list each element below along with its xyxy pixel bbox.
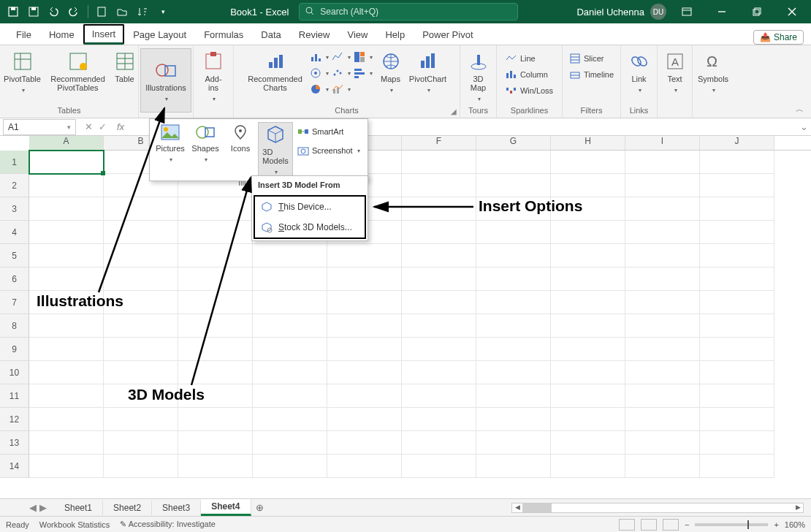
cell-D7[interactable]: [253, 291, 327, 314]
cell-A14[interactable]: [29, 455, 104, 478]
recommended-charts-button[interactable]: Recommended Charts: [244, 48, 307, 94]
cell-J10[interactable]: [700, 361, 774, 384]
cell-H1[interactable]: [551, 151, 625, 174]
cell-B3[interactable]: [104, 197, 178, 221]
sheet-tab-2[interactable]: Sheet2: [103, 501, 152, 515]
cell-I5[interactable]: [625, 244, 700, 267]
sheet-tab-1[interactable]: Sheet1: [54, 501, 103, 515]
cell-H11[interactable]: [551, 384, 625, 408]
cell-C7[interactable]: [178, 291, 253, 314]
cell-I10[interactable]: [625, 361, 700, 384]
save-icon[interactable]: [25, 3, 42, 20]
cell-A2[interactable]: [29, 174, 104, 197]
treemap-chart-button[interactable]: [354, 50, 373, 64]
cell-I2[interactable]: [625, 174, 700, 197]
zoom-in-button[interactable]: +: [774, 520, 778, 529]
cell-C6[interactable]: [178, 267, 253, 291]
cell-B13[interactable]: [104, 431, 178, 455]
cell-B4[interactable]: [104, 221, 178, 244]
cell-G8[interactable]: [476, 314, 551, 338]
undo-icon[interactable]: [45, 3, 63, 20]
cell-E14[interactable]: [327, 455, 402, 478]
cell-I6[interactable]: [625, 267, 700, 291]
cell-I14[interactable]: [625, 455, 700, 478]
cell-C14[interactable]: [178, 455, 253, 478]
pie-chart-button[interactable]: [310, 82, 329, 96]
cell-A5[interactable]: [29, 244, 104, 267]
cell-F8[interactable]: [402, 314, 476, 338]
line-chart-button[interactable]: [332, 50, 351, 64]
cell-J4[interactable]: [700, 221, 774, 244]
search-box[interactable]: Search (Alt+Q): [299, 3, 518, 20]
text-button[interactable]: AText: [660, 48, 690, 95]
cell-J3[interactable]: [700, 197, 774, 221]
row-header-13[interactable]: 13: [0, 431, 29, 455]
zoom-slider[interactable]: [695, 523, 768, 526]
row-header-9[interactable]: 9: [0, 338, 29, 361]
hscroll-left-icon[interactable]: ◀: [512, 503, 522, 512]
hierarchy-chart-button[interactable]: [310, 66, 329, 80]
maximize-button[interactable]: [742, 0, 772, 23]
cell-F7[interactable]: [402, 291, 476, 314]
column-header-J[interactable]: J: [700, 136, 774, 150]
column-header-F[interactable]: F: [402, 136, 476, 150]
cell-J5[interactable]: [700, 244, 774, 267]
sheet-tab-4[interactable]: Sheet4: [201, 499, 251, 516]
cell-G13[interactable]: [476, 431, 551, 455]
cell-F11[interactable]: [402, 384, 476, 408]
row-header-8[interactable]: 8: [0, 314, 29, 338]
cell-G2[interactable]: [476, 174, 551, 197]
cell-J12[interactable]: [700, 408, 774, 431]
cell-I8[interactable]: [625, 314, 700, 338]
cell-I9[interactable]: [625, 338, 700, 361]
cell-J14[interactable]: [700, 455, 774, 478]
cell-F9[interactable]: [402, 338, 476, 361]
cell-D11[interactable]: [253, 384, 327, 408]
user-avatar[interactable]: DU: [650, 4, 666, 20]
cell-F13[interactable]: [402, 431, 476, 455]
cell-B10[interactable]: [104, 361, 178, 384]
cancel-formula-icon[interactable]: ✕: [85, 121, 93, 132]
pictures-button[interactable]: Pictures: [153, 122, 188, 178]
tab-insert[interactable]: Insert: [83, 24, 125, 45]
cell-A13[interactable]: [29, 431, 104, 455]
cell-F14[interactable]: [402, 455, 476, 478]
close-button[interactable]: [777, 0, 807, 23]
cell-I12[interactable]: [625, 408, 700, 431]
cell-F10[interactable]: [402, 361, 476, 384]
timeline-button[interactable]: Timeline: [569, 67, 614, 82]
row-header-6[interactable]: 6: [0, 267, 29, 291]
cell-A9[interactable]: [29, 338, 104, 361]
tab-power-pivot[interactable]: Power Pivot: [414, 25, 481, 45]
pivotchart-button[interactable]: PivotChart: [406, 48, 450, 95]
tab-help[interactable]: Help: [376, 25, 414, 45]
cell-G14[interactable]: [476, 455, 551, 478]
cell-A6[interactable]: [29, 267, 104, 291]
cell-I4[interactable]: [625, 221, 700, 244]
redo-icon[interactable]: [66, 3, 83, 20]
new-file-icon[interactable]: [93, 3, 110, 20]
cell-F1[interactable]: [402, 151, 476, 174]
zoom-out-button[interactable]: −: [685, 520, 689, 529]
sparkline-winloss-button[interactable]: Win/Loss: [506, 83, 553, 98]
cell-A12[interactable]: [29, 408, 104, 431]
cell-C4[interactable]: [178, 221, 253, 244]
cell-J13[interactable]: [700, 431, 774, 455]
shapes-button[interactable]: Shapes: [188, 122, 223, 178]
cell-D13[interactable]: [253, 431, 327, 455]
cell-G7[interactable]: [476, 291, 551, 314]
3d-map-button[interactable]: 3D Map: [464, 48, 493, 104]
zoom-level[interactable]: 160%: [785, 520, 805, 529]
row-header-10[interactable]: 10: [0, 361, 29, 384]
cell-F6[interactable]: [402, 267, 476, 291]
cell-G5[interactable]: [476, 244, 551, 267]
tab-file[interactable]: File: [7, 25, 40, 45]
cell-E9[interactable]: [327, 338, 402, 361]
cell-D8[interactable]: [253, 314, 327, 338]
cell-G4[interactable]: [476, 221, 551, 244]
cell-J6[interactable]: [700, 267, 774, 291]
hscroll-right-icon[interactable]: ▶: [793, 503, 803, 512]
cell-C8[interactable]: [178, 314, 253, 338]
cell-H7[interactable]: [551, 291, 625, 314]
cell-D9[interactable]: [253, 338, 327, 361]
